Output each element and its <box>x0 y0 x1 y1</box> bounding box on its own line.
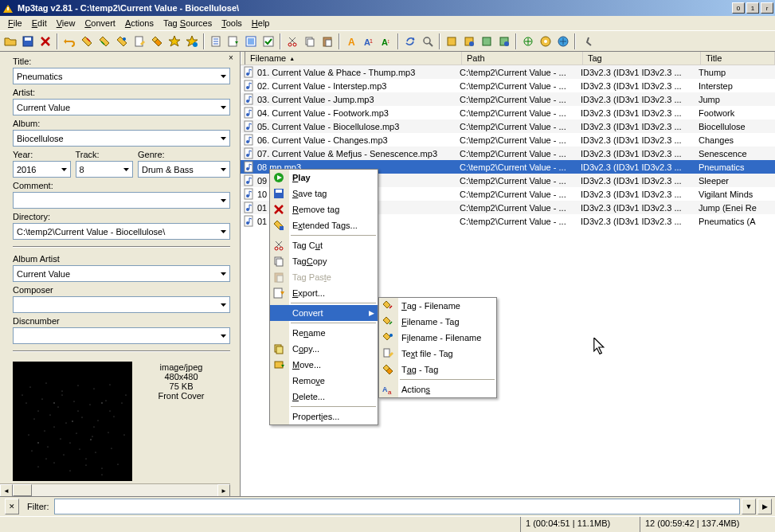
filter-dropdown-icon[interactable]: ▼ <box>742 499 756 514</box>
minimize-button[interactable]: 0 <box>732 2 745 14</box>
ctx-remove[interactable]: Remove <box>270 373 378 389</box>
year-input[interactable]: 2016 <box>13 161 71 178</box>
tools1-icon[interactable] <box>443 33 460 50</box>
file-tag: ID3v2.3 (ID3v1 ID3v2.3 ... <box>578 108 696 118</box>
tag-tag-icon[interactable] <box>148 33 166 50</box>
album-artist-input[interactable]: Current Value <box>13 265 230 282</box>
save-tag-icon[interactable] <box>19 33 37 50</box>
ctx-move[interactable]: Move... <box>270 357 378 373</box>
paste-icon[interactable] <box>319 33 336 50</box>
sub-filename-tag[interactable]: Filename - Tag <box>379 314 496 330</box>
file-row[interactable]: 05. Current Value - Biocellulose.mp3C:\t… <box>241 119 775 133</box>
actions-star-icon[interactable] <box>166 33 183 50</box>
freedb-icon[interactable] <box>537 33 554 50</box>
col-path[interactable]: Path <box>462 52 583 65</box>
ctx-save-tag[interactable]: Save tag <box>270 186 378 201</box>
title-input[interactable]: Pneumatics <box>13 68 230 84</box>
sub-tag-tag[interactable]: Tag - Tag <box>379 362 496 377</box>
quick-action-icon[interactable] <box>183 33 201 50</box>
svg-rect-117 <box>245 175 252 186</box>
playlist-icon[interactable] <box>207 33 225 50</box>
filter-apply-icon[interactable]: ▶ <box>757 499 772 514</box>
copy-icon[interactable] <box>301 33 319 50</box>
sub-tag-filename[interactable]: Tag - Filename <box>379 298 496 314</box>
directory-input[interactable]: C:\temp2\Current Value - Biocellulose\ <box>13 223 230 240</box>
filename-filename-icon[interactable] <box>113 33 131 50</box>
svg-point-54 <box>58 407 59 408</box>
ctx-copy[interactable]: Copy... <box>270 341 378 357</box>
refresh-icon[interactable] <box>401 33 419 50</box>
menu-actions[interactable]: Actions <box>120 17 159 29</box>
file-row[interactable]: 06. Current Value - Changes.mp3C:\temp2\… <box>241 133 775 147</box>
artist-input[interactable]: Current Value <box>13 99 230 115</box>
tag-filename-icon[interactable] <box>78 33 96 50</box>
cover-image[interactable] <box>13 362 132 481</box>
close-button[interactable]: r <box>761 2 773 14</box>
ctx-extended-tags[interactable]: Extended Tags... <box>270 217 378 233</box>
menu-help[interactable]: Help <box>247 17 275 29</box>
panel-scrollbar[interactable]: ◄ ► <box>0 483 230 496</box>
menu-file[interactable]: File <box>3 17 27 29</box>
ctx-export[interactable]: Export... <box>270 285 378 301</box>
scroll-thumb[interactable] <box>13 484 32 496</box>
filename-tag-icon[interactable] <box>96 33 113 50</box>
web-icon[interactable] <box>519 33 537 50</box>
textfile-tag-icon[interactable] <box>131 33 148 50</box>
ctx-rename[interactable]: Rename <box>270 325 378 341</box>
sub-filename-filename[interactable]: Filename - Filename <box>379 330 496 346</box>
menu-view[interactable]: View <box>52 17 80 29</box>
find-icon[interactable] <box>419 33 436 50</box>
sub-textfile-tag[interactable]: Text file - Tag <box>379 346 496 362</box>
scroll-right-icon[interactable]: ► <box>217 484 230 496</box>
tools2-icon[interactable] <box>460 33 478 50</box>
filter-input[interactable] <box>54 499 741 514</box>
col-filename[interactable]: Filename▲ <box>245 52 462 65</box>
tools3-icon[interactable] <box>478 33 495 50</box>
ctx-delete[interactable]: Delete... <box>270 389 378 405</box>
tools4-icon[interactable] <box>495 33 513 50</box>
album-input[interactable]: Biocellulose <box>13 130 230 147</box>
composer-input[interactable] <box>13 296 230 313</box>
adjust-icon[interactable]: A↕ <box>378 33 395 50</box>
select-all-icon[interactable] <box>242 33 260 50</box>
ctx-play[interactable]: Play <box>270 170 378 186</box>
ctx-properties[interactable]: Properties... <box>270 409 378 424</box>
autonumber-icon[interactable]: A1 <box>360 33 378 50</box>
undo-icon[interactable] <box>61 33 78 50</box>
maximize-button[interactable]: 1 <box>746 2 759 14</box>
panel-close-icon[interactable]: × <box>225 53 237 65</box>
menu-tools[interactable]: Tools <box>217 17 247 29</box>
cut-icon[interactable] <box>284 33 301 50</box>
case-a-icon[interactable]: A <box>342 33 360 50</box>
svg-point-53 <box>42 399 43 400</box>
track-input[interactable]: 8 <box>76 161 134 178</box>
file-row[interactable]: 04. Current Value - Footwork.mp3C:\temp2… <box>241 106 775 119</box>
menu-convert[interactable]: Convert <box>80 17 120 29</box>
discnumber-input[interactable] <box>13 327 230 344</box>
check-icon[interactable] <box>260 33 277 50</box>
sub-actions[interactable]: AaActions <box>379 381 496 397</box>
file-row[interactable]: 03. Current Value - Jump.mp3C:\temp2\Cur… <box>241 92 775 106</box>
ctx-remove-tag[interactable]: Remove tag <box>270 201 378 217</box>
ctx-tag-cut[interactable]: Tag Cut <box>270 237 378 253</box>
file-row[interactable]: 07. Current Value & Mefjus - Senescence.… <box>241 147 775 160</box>
scroll-left-icon[interactable]: ◄ <box>0 484 13 496</box>
comment-input[interactable] <box>13 192 230 209</box>
menu-edit[interactable]: Edit <box>27 17 52 29</box>
remove-tag-icon[interactable] <box>37 33 54 50</box>
ctx-convert[interactable]: Convert▶ <box>270 305 378 321</box>
folder-open-icon[interactable] <box>2 33 19 50</box>
file-row[interactable]: 02. Current Value - Interstep.mp3C:\temp… <box>241 79 775 92</box>
filter-close-icon[interactable]: ✕ <box>5 499 19 514</box>
svg-point-74 <box>64 455 65 456</box>
svg-point-78 <box>38 467 39 467</box>
ctx-tag-copy[interactable]: Tag Copy <box>270 253 378 269</box>
websource-icon[interactable] <box>554 33 572 50</box>
col-tag[interactable]: Tag <box>583 52 701 65</box>
genre-input[interactable]: Drum & Bass <box>138 161 230 178</box>
col-title[interactable]: Title <box>701 52 775 65</box>
file-row[interactable]: 01. Current Value & Phace - Thump.mp3C:\… <box>241 65 775 79</box>
settings-icon[interactable] <box>578 33 596 50</box>
export-icon[interactable] <box>225 33 242 50</box>
menu-tag-sources[interactable]: Tag Sources <box>159 17 217 29</box>
